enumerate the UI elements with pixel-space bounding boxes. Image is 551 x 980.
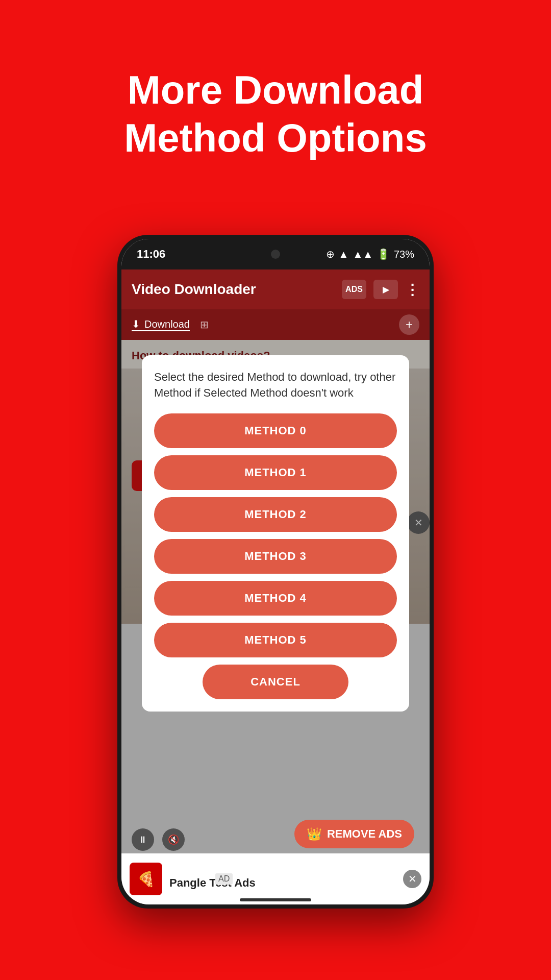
ad-logo: 🍕	[130, 863, 162, 895]
phone-inner: 11:06 ⊕ ▲ ▲▲ 🔋 73% Video Downloader ADS	[121, 239, 430, 904]
screen-body: How to download videos? 📋 Live ● ✕	[121, 340, 430, 904]
download-icon: ⬇	[132, 318, 140, 330]
ads-icon-btn[interactable]: ADS	[342, 280, 366, 299]
method-3-button[interactable]: METHOD 3	[154, 539, 397, 574]
header-line1: More Download	[31, 66, 520, 114]
home-indicator	[240, 898, 311, 901]
ads-label: ADS	[345, 285, 363, 294]
method-4-button[interactable]: METHOD 4	[154, 581, 397, 616]
remove-ads-label: REMOVE ADS	[327, 827, 402, 841]
ad-text: Pangle Test Ads	[169, 876, 421, 890]
mute-icon: 🔇	[168, 834, 179, 845]
wifi-icon: ▲	[339, 249, 349, 260]
mute-button[interactable]: 🔇	[162, 828, 185, 851]
method-1-button[interactable]: METHOD 1	[154, 455, 397, 490]
notification-icon: ⊕	[326, 248, 335, 260]
play-icon: ▶	[383, 285, 389, 295]
header-text: More Download Method Options	[0, 66, 551, 162]
toolbar-icons: ADS ▶ ⋮	[342, 280, 419, 299]
header-line2: Method Options	[31, 114, 520, 162]
remove-ads-button[interactable]: 👑 REMOVE ADS	[294, 820, 414, 848]
crown-icon: 👑	[307, 827, 322, 841]
tab-download-label: Download	[144, 318, 190, 330]
pause-button[interactable]: ⏸	[132, 828, 154, 851]
pause-icon: ⏸	[138, 835, 147, 845]
dialog-description: Select the desired Method to download, t…	[154, 370, 397, 401]
close-ad-icon: ✕	[408, 873, 417, 885]
add-icon: +	[406, 317, 413, 332]
cancel-button[interactable]: CANCEL	[203, 665, 348, 699]
battery-icon: 🔋	[377, 248, 390, 260]
tab-download[interactable]: ⬇ Download	[132, 318, 190, 331]
camera-notch	[271, 250, 280, 259]
tab-add-btn[interactable]: +	[399, 314, 419, 335]
method-2-button[interactable]: METHOD 2	[154, 497, 397, 532]
tab-bar: ⬇ Download ⊞ +	[121, 309, 430, 340]
method-5-button[interactable]: METHOD 5	[154, 623, 397, 657]
ad-close-button[interactable]: ✕	[403, 870, 421, 888]
media-controls: ⏸ 🔇	[132, 828, 185, 851]
ad-bar: 🍕 AD Pangle Test Ads ✕	[121, 853, 430, 904]
tab-share[interactable]: ⊞	[200, 318, 209, 331]
share-icon: ⊞	[200, 318, 209, 331]
status-right: ⊕ ▲ ▲▲ 🔋 73%	[326, 248, 414, 260]
method-0-button[interactable]: METHOD 0	[154, 413, 397, 448]
play-icon-btn[interactable]: ▶	[373, 280, 398, 299]
signal-icon: ▲▲	[353, 249, 373, 260]
battery-percent: 73%	[394, 249, 414, 260]
app-toolbar: Video Downloader ADS ▶ ⋮	[121, 270, 430, 309]
ad-label: AD	[215, 873, 233, 885]
more-icon[interactable]: ⋮	[405, 281, 419, 298]
download-method-dialog: Select the desired Method to download, t…	[142, 355, 409, 712]
status-bar: 11:06 ⊕ ▲ ▲▲ 🔋 73%	[121, 239, 430, 270]
phone-frame: 11:06 ⊕ ▲ ▲▲ 🔋 73% Video Downloader ADS	[117, 235, 434, 909]
status-time: 11:06	[137, 248, 165, 261]
app-title: Video Downloader	[132, 281, 256, 298]
phone-screen: 11:06 ⊕ ▲ ▲▲ 🔋 73% Video Downloader ADS	[121, 239, 430, 904]
